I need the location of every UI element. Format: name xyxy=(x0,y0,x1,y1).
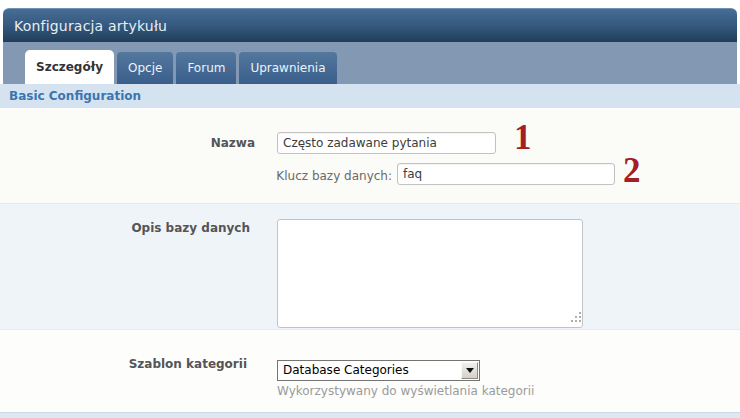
name-label: Nazwa xyxy=(0,136,255,150)
tab-szczegoly[interactable]: Szczegóły xyxy=(25,50,114,84)
section-header: Basic Configuration xyxy=(0,84,740,109)
dropdown-arrow-icon xyxy=(466,368,474,373)
db-key-label: Klucz bazy danych: xyxy=(0,169,392,183)
db-key-input[interactable] xyxy=(397,163,615,185)
dropdown-button[interactable] xyxy=(461,362,478,379)
category-template-label: Szablon kategorii xyxy=(0,357,247,371)
tab-forum[interactable]: Forum xyxy=(176,52,236,84)
select-value: Database Categories xyxy=(283,361,461,380)
category-template-select[interactable]: Database Categories xyxy=(277,360,480,381)
annotation-1: 1 xyxy=(514,120,532,156)
next-section-strip xyxy=(0,412,740,418)
article-configuration-window: Konfiguracja artykułu Szczegóły Opcje Fo… xyxy=(0,0,740,418)
tab-bar: Szczegóły Opcje Forum Uprawnienia xyxy=(3,42,737,84)
page-title: Konfiguracja artykułu xyxy=(3,18,167,34)
description-label: Opis bazy danych xyxy=(0,221,250,235)
description-textarea[interactable] xyxy=(277,219,583,328)
window-titlebar: Konfiguracja artykułu xyxy=(3,8,737,42)
tab-opcje[interactable]: Opcje xyxy=(117,52,173,84)
resize-grip-icon[interactable] xyxy=(571,320,573,322)
section-heading: Basic Configuration xyxy=(9,89,141,103)
tab-uprawnienia[interactable]: Uprawnienia xyxy=(239,52,336,84)
annotation-2: 2 xyxy=(623,153,641,189)
name-input[interactable] xyxy=(277,132,496,154)
category-template-help: Wykorzystywany do wyświetlania kategorii xyxy=(277,384,534,398)
